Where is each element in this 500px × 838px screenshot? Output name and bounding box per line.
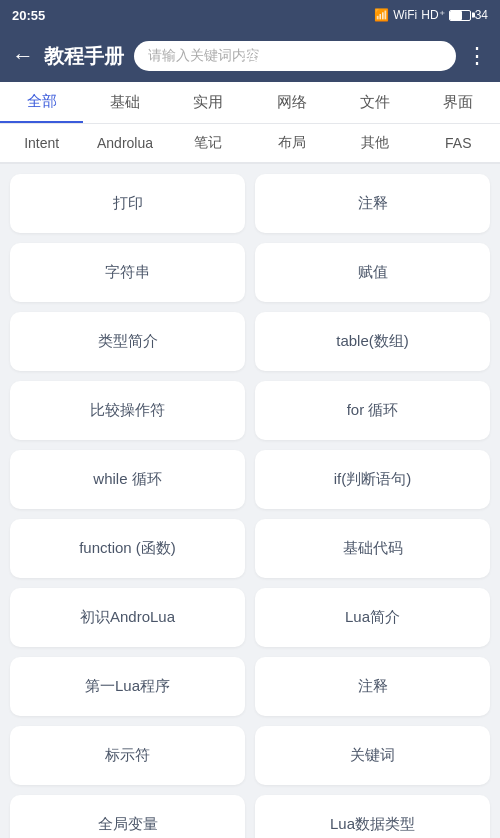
- card-item-18[interactable]: 全局变量: [10, 795, 245, 838]
- tab-network[interactable]: 网络: [250, 83, 333, 122]
- tab-all[interactable]: 全部: [0, 82, 83, 123]
- card-item-4[interactable]: 类型简介: [10, 312, 245, 371]
- back-button[interactable]: ←: [12, 43, 34, 69]
- more-button[interactable]: ⋮: [466, 43, 488, 69]
- card-item-5[interactable]: table(数组): [255, 312, 490, 371]
- card-item-17[interactable]: 关键词: [255, 726, 490, 785]
- card-item-0[interactable]: 打印: [10, 174, 245, 233]
- card-item-6[interactable]: 比较操作符: [10, 381, 245, 440]
- card-item-12[interactable]: 初识AndroLua: [10, 588, 245, 647]
- status-icons: 📶 WiFi HD⁺ 34: [374, 8, 488, 22]
- wifi-icon: WiFi: [393, 8, 417, 22]
- header-wrapper: ← 教程手册 请输入关键词内容 ⋮ 4/6: [0, 30, 500, 82]
- app-header: ← 教程手册 请输入关键词内容 ⋮: [0, 30, 500, 82]
- status-bar: 20:55 📶 WiFi HD⁺ 34: [0, 0, 500, 30]
- tab-notes[interactable]: 笔记: [167, 124, 250, 162]
- card-item-15[interactable]: 注释: [255, 657, 490, 716]
- tab-layout[interactable]: 布局: [250, 124, 333, 162]
- hd-icon: HD⁺: [421, 8, 444, 22]
- card-item-16[interactable]: 标示符: [10, 726, 245, 785]
- card-item-8[interactable]: while 循环: [10, 450, 245, 509]
- search-box[interactable]: 请输入关键词内容: [134, 41, 456, 71]
- card-item-13[interactable]: Lua简介: [255, 588, 490, 647]
- tab-bar-primary: 全部 基础 实用 网络 文件 界面: [0, 82, 500, 124]
- tab-bar-secondary: Intent Androlua 笔记 布局 其他 FAS: [0, 124, 500, 164]
- tab-ui[interactable]: 界面: [417, 83, 500, 122]
- card-item-9[interactable]: if(判断语句): [255, 450, 490, 509]
- card-item-2[interactable]: 字符串: [10, 243, 245, 302]
- tab-androlua[interactable]: Androlua: [83, 125, 166, 161]
- tab-intent[interactable]: Intent: [0, 125, 83, 161]
- search-placeholder: 请输入关键词内容: [148, 47, 260, 63]
- card-item-11[interactable]: 基础代码: [255, 519, 490, 578]
- card-grid: 打印注释字符串赋值类型简介table(数组)比较操作符for 循环while 循…: [0, 164, 500, 838]
- card-item-19[interactable]: Lua数据类型: [255, 795, 490, 838]
- tab-practical[interactable]: 实用: [167, 83, 250, 122]
- card-item-14[interactable]: 第一Lua程序: [10, 657, 245, 716]
- tab-file[interactable]: 文件: [333, 83, 416, 122]
- tab-basic[interactable]: 基础: [83, 83, 166, 122]
- tab-fas[interactable]: FAS: [417, 125, 500, 161]
- tab-other[interactable]: 其他: [333, 124, 416, 162]
- page-title: 教程手册: [44, 43, 124, 70]
- battery-icon: [449, 10, 471, 21]
- card-item-3[interactable]: 赋值: [255, 243, 490, 302]
- battery-level: 34: [475, 8, 488, 22]
- card-item-10[interactable]: function (函数): [10, 519, 245, 578]
- status-time: 20:55: [12, 8, 45, 23]
- signal-icon: 📶: [374, 8, 389, 22]
- card-item-1[interactable]: 注释: [255, 174, 490, 233]
- card-item-7[interactable]: for 循环: [255, 381, 490, 440]
